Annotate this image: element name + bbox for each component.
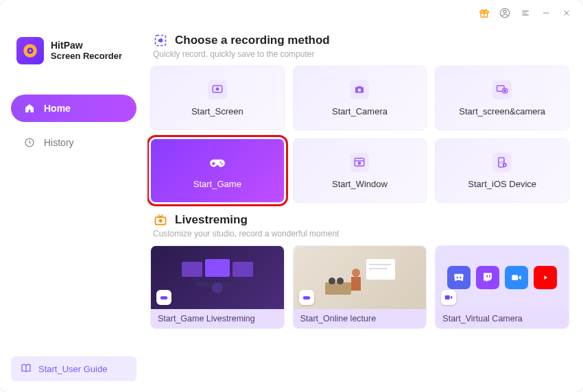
svg-point-23: [504, 90, 506, 92]
card-label: Start_Window: [332, 179, 388, 189]
guide-label: Start_User Guide: [38, 364, 107, 374]
svg-point-48: [329, 278, 335, 284]
card-start-game[interactable]: Start_Game: [150, 138, 285, 203]
card-start-screen[interactable]: Start_Screen: [150, 66, 285, 130]
twitch-icon: [476, 266, 499, 289]
record-target-icon: [153, 33, 168, 48]
card-start-window[interactable]: Start_Window: [293, 138, 427, 203]
minimize-icon[interactable]: [540, 8, 551, 19]
svg-point-41: [212, 282, 223, 293]
sidebar: HitPaw Screen Recorder Home History: [0, 26, 147, 392]
user-guide-button[interactable]: Start_User Guide: [11, 356, 136, 381]
svg-point-49: [337, 278, 344, 284]
svg-rect-50: [512, 275, 518, 280]
svg-point-27: [221, 163, 222, 164]
recording-grid: Start_Screen Start_Camera Start_screen&c…: [150, 66, 569, 203]
card-label: Start_Camera: [332, 106, 388, 117]
menu-icon[interactable]: [520, 8, 531, 19]
svg-rect-37: [182, 262, 202, 277]
svg-point-13: [29, 49, 31, 51]
home-icon: [23, 102, 36, 114]
card-label: Start_Online lecture: [294, 309, 427, 328]
gamepad-icon: [156, 290, 171, 305]
card-label: Start_Game: [193, 179, 241, 189]
window-icon: [350, 153, 369, 172]
camera-icon: [350, 80, 369, 99]
app-logo: HitPaw Screen Recorder: [11, 33, 136, 77]
svg-point-4: [503, 10, 506, 13]
svg-point-30: [359, 162, 361, 164]
card-online-lecture[interactable]: Start_Online lecture: [293, 245, 427, 329]
clock-icon: [23, 136, 36, 149]
logo-icon: [16, 37, 44, 64]
card-label: Start_Virtual Camera: [436, 309, 569, 328]
livestream-grid: Start_Game Livestreming Start_Online lec…: [150, 245, 569, 329]
card-virtual-camera[interactable]: Start_Virtual Camera: [435, 245, 569, 329]
nav: Home History: [11, 95, 136, 156]
card-start-screen-camera[interactable]: Start_screen&camera: [435, 66, 569, 130]
screen-icon: [208, 80, 227, 99]
zoom-icon: [505, 266, 528, 289]
tv-icon: [153, 212, 168, 228]
user-icon[interactable]: [499, 8, 510, 19]
youtube-icon: [534, 266, 557, 289]
svg-rect-47: [325, 282, 351, 295]
app-subtitle: Screen Recorder: [51, 51, 122, 62]
section-title: Livestreming: [175, 213, 248, 227]
svg-point-20: [358, 88, 361, 92]
sidebar-item-label: History: [44, 137, 74, 148]
main: Choose a recording method Quickly record…: [147, 26, 583, 392]
screen-camera-icon: [492, 80, 512, 99]
svg-point-36: [159, 220, 161, 222]
sidebar-item-history[interactable]: History: [11, 129, 136, 156]
gamepad-icon: [208, 153, 227, 172]
sidebar-item-home[interactable]: Home: [11, 95, 136, 122]
recording-section-header: Choose a recording method: [153, 33, 569, 48]
gift-icon[interactable]: [479, 8, 490, 19]
svg-point-17: [159, 39, 163, 42]
svg-rect-25: [212, 162, 215, 164]
book-icon: [21, 363, 32, 376]
svg-point-34: [504, 164, 505, 165]
section-subtitle: Customize your studio, record a wonderfu…: [153, 229, 569, 238]
svg-point-45: [352, 269, 360, 277]
svg-point-26: [219, 161, 221, 162]
gamepad-icon: [299, 290, 314, 305]
section-subtitle: Quickly record, quickly save to the comp…: [153, 49, 569, 59]
app-name: HitPaw: [51, 40, 122, 51]
svg-rect-38: [205, 259, 230, 277]
card-label: Start_Screen: [191, 106, 243, 117]
card-highlight-frame: Start_Game: [150, 138, 285, 203]
card-label: Start_iOS Device: [468, 179, 536, 189]
svg-rect-46: [351, 277, 361, 291]
section-title: Choose a recording method: [175, 34, 330, 47]
card-start-camera[interactable]: Start_Camera: [293, 66, 427, 130]
titlebar: [0, 0, 583, 26]
camera-icon: [441, 290, 456, 305]
close-icon[interactable]: [561, 8, 572, 19]
livestream-section-header: Livestreming: [153, 212, 569, 228]
card-start-ios[interactable]: iOS Start_iOS Device: [435, 138, 569, 203]
card-label: Start_screen&camera: [459, 106, 545, 117]
svg-rect-39: [233, 262, 253, 277]
svg-rect-52: [445, 295, 450, 299]
svg-rect-42: [366, 259, 395, 280]
sidebar-item-label: Home: [44, 103, 71, 114]
card-label: Start_Game Livestreming: [151, 309, 284, 328]
svg-point-19: [216, 88, 218, 90]
card-game-livestream[interactable]: Start_Game Livestreming: [150, 245, 285, 329]
discord-icon: [447, 266, 471, 289]
ios-icon: iOS: [492, 153, 512, 172]
